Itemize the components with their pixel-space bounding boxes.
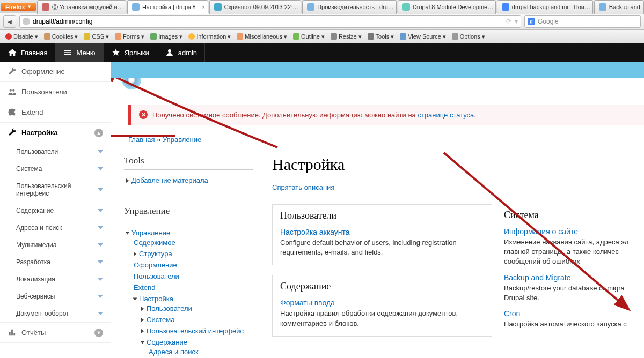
dev-images[interactable]: Images▾ (148, 32, 185, 41)
triangle-icon[interactable] (133, 298, 137, 301)
sb-extend[interactable]: Extend (0, 102, 111, 123)
triangle-icon[interactable] (141, 318, 144, 322)
site-info-link[interactable]: Информация о сайте (504, 227, 578, 236)
browser-address-bar: ◄ drupal8/admin/config⟳▾ gGoogle (0, 13, 644, 30)
sb-sub-content[interactable]: Содержание (0, 202, 111, 219)
chevron-up-icon[interactable]: ▲ (94, 129, 103, 137)
dev-tools[interactable]: Tools▾ (365, 32, 397, 41)
tree-item[interactable]: Extend (134, 284, 155, 292)
tree-root[interactable]: Управление (131, 229, 170, 237)
dropdown-icon[interactable]: ▾ (515, 18, 518, 25)
dev-forms[interactable]: Forms▾ (113, 32, 147, 41)
user-icon (165, 48, 174, 57)
firefox-menu-button[interactable]: Firefox▼ (1, 3, 36, 11)
tree-item[interactable]: Оформление (134, 261, 177, 269)
sb-sub-web[interactable]: Веб-сервисы (0, 288, 111, 305)
misc-icon (237, 33, 243, 40)
dev-info[interactable]: Information▾ (186, 32, 233, 41)
triangle-icon[interactable] (141, 341, 145, 344)
sb-sub-users[interactable]: Пользователи (0, 143, 111, 160)
text-formats-link[interactable]: Форматы ввода (280, 299, 335, 307)
tree-item[interactable]: Пользователи (134, 272, 179, 280)
triangle-icon[interactable] (126, 232, 130, 235)
tree-item[interactable]: Пользовательский интерфейс (147, 327, 244, 335)
favicon-icon (214, 3, 222, 11)
google-icon: g (528, 18, 535, 25)
panel-users: Пользователи Настройка аккаунта Configur… (272, 204, 492, 265)
hide-descriptions-link[interactable]: Спрятать описания (272, 183, 334, 191)
triangle-icon[interactable] (141, 329, 144, 333)
tree-item[interactable]: Содержимое (134, 238, 175, 247)
browser-tab[interactable]: Настройка | drupal8× (127, 0, 208, 14)
caret-down-icon (98, 226, 103, 229)
caret-down-icon (98, 188, 103, 191)
sb-reports[interactable]: Отчёты▼ (0, 322, 111, 343)
dev-options[interactable]: Options▾ (450, 32, 487, 41)
sb-sub-system[interactable]: Система (0, 160, 111, 177)
dev-viewsource[interactable]: View Source▾ (398, 32, 448, 41)
browser-tab[interactable]: Backup and (594, 0, 644, 14)
drupal-logo-icon (122, 78, 141, 89)
dev-disable[interactable]: Disable▾ (3, 32, 40, 41)
sb-sub-locale[interactable]: Локализация (0, 271, 111, 288)
admin-shortcuts[interactable]: Ярлыки (104, 43, 157, 62)
cron-link[interactable]: Cron (504, 309, 520, 318)
caret-down-icon (98, 312, 103, 315)
dev-misc[interactable]: Miscellaneous▾ (235, 32, 289, 41)
caret-down-icon (98, 295, 103, 298)
backup-migrate-link[interactable]: Backup and Migrate (504, 273, 571, 282)
content-area: ✕ Получено системное сообщение. Дополнит… (111, 78, 644, 358)
alert-status-link[interactable]: странице статуса (418, 111, 474, 119)
admin-menu[interactable]: Меню (55, 43, 103, 62)
sb-appearance[interactable]: Оформление (0, 62, 111, 82)
triangle-icon[interactable] (134, 252, 136, 256)
system-alert: ✕ Получено системное сообщение. Дополнит… (128, 105, 644, 125)
browser-tab[interactable]: Drupal 8 Module Developme… (398, 0, 496, 14)
tree-item[interactable]: Пользователи (147, 304, 192, 312)
sb-sub-dev[interactable]: Разработка (0, 253, 111, 271)
dev-outline[interactable]: Outline▾ (291, 32, 327, 41)
source-icon (400, 33, 406, 40)
sb-people[interactable]: Пользователи (0, 82, 111, 102)
crumb-admin[interactable]: Управление (163, 136, 201, 144)
url-input[interactable]: drupal8/admin/config⟳▾ (19, 15, 521, 28)
tools-add-content[interactable]: Добавление материала (131, 176, 208, 184)
sb-sub-media[interactable]: Мультимедиа (0, 236, 111, 253)
crumb-home[interactable]: Главная (128, 136, 155, 144)
tree-item[interactable]: Структура (139, 250, 172, 258)
triangle-icon[interactable] (141, 307, 144, 311)
dev-css[interactable]: CSS▾ (82, 32, 111, 41)
caret-down-icon (98, 260, 103, 264)
dev-cookies[interactable]: Cookies▾ (42, 32, 80, 41)
sb-sub-search[interactable]: Адреса и поиск (0, 219, 111, 236)
panel-desc: Настройка автоматического запуска с (504, 319, 636, 329)
images-icon (150, 33, 157, 40)
admin-home[interactable]: Главная (0, 43, 55, 62)
drupal-admin-bar: Главная Меню Ярлыки admin (0, 43, 644, 62)
browser-tab[interactable]: ⓪ Установка модулей н… (37, 0, 126, 14)
browser-tab[interactable]: Производительность | dru… (302, 0, 397, 14)
main-column: Настройка Спрятать описания Пользователи… (272, 155, 644, 358)
back-button[interactable]: ◄ (3, 15, 16, 28)
sb-sub-ui[interactable]: Пользовательский интерфейс (0, 177, 111, 202)
sb-sub-doc[interactable]: Документооборот (0, 305, 111, 322)
tree-config[interactable]: Настройка (139, 295, 173, 303)
browser-tab[interactable]: drupal backup and mi - Пои… (497, 0, 593, 14)
firefox-tabs-bar: Firefox▼ ⓪ Установка модулей н… Настройк… (0, 0, 644, 13)
browser-search-input[interactable]: gGoogle (524, 15, 641, 28)
account-settings-link[interactable]: Настройка аккаунта (280, 228, 350, 236)
browser-tab[interactable]: Скриншот 09.09.2013 22:… (209, 0, 301, 14)
close-icon[interactable]: × (199, 4, 205, 10)
sb-config[interactable]: Настройка▲ (0, 123, 111, 143)
puzzle-icon (8, 108, 17, 117)
options-icon (452, 33, 458, 40)
history-icon[interactable]: ⟳ (506, 18, 511, 25)
dev-resize[interactable]: Resize▾ (328, 32, 364, 41)
admin-user[interactable]: admin (157, 43, 205, 62)
forms-icon (115, 33, 121, 40)
tree-item[interactable]: Содержание (147, 338, 187, 346)
tree-item[interactable]: Адреса и поиск (149, 348, 199, 356)
tree-item[interactable]: Система (147, 316, 174, 324)
chevron-down-icon[interactable]: ▼ (94, 329, 103, 337)
caret-down-icon (98, 167, 103, 170)
